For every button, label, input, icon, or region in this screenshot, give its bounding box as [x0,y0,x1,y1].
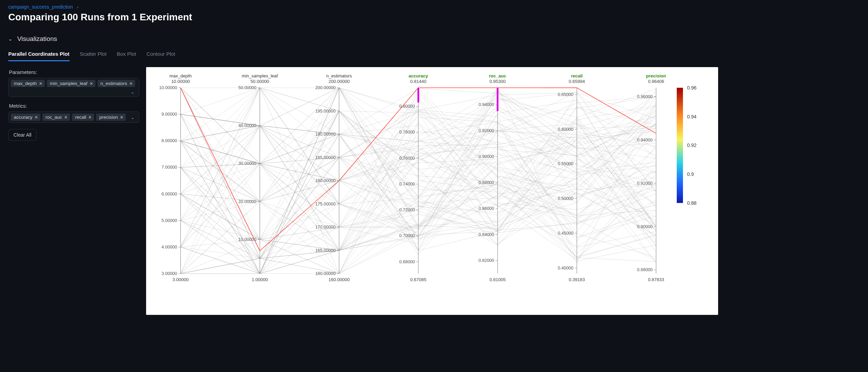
breadcrumb[interactable]: campaign_success_prediction › [8,4,860,10]
axis-tick: 0.88000 [479,180,494,185]
metric-tag-accuracy[interactable]: accuracy✕ [11,114,40,121]
axis-bottom-max_depth: 3.00000 [173,277,189,282]
metric-tag-label: roc_auc [45,115,62,120]
axis-title-n_estimators: n_estimators [326,73,352,78]
axis-top-max_depth: 10.00000 [171,79,190,84]
axis-tick: 200.00000 [315,85,336,90]
metric-tag-label: recall [75,115,86,120]
chevron-down-icon[interactable]: ⌄ [129,89,137,95]
colorbar-tick: 0.88 [687,200,696,206]
axis-tick: 195.00000 [315,109,336,114]
metric-tag-recall[interactable]: recall✕ [72,114,94,121]
axis-tick: 10.00000 [159,85,177,90]
parameter-tag-min_samples_leaf[interactable]: min_samples_leaf✕ [47,80,95,87]
colorbar [677,88,683,203]
axis-tick: 185.00000 [315,155,336,160]
axis-tick: 0.90000 [637,224,653,229]
axis-top-min_samples_leaf: 50.00000 [251,79,269,84]
axis-tick: 4.00000 [162,245,177,249]
axis-tick: 170.00000 [315,225,336,230]
axis-tick: 10.00000 [238,237,256,242]
axis-tick: 0.84000 [479,232,494,237]
tab-contour-plot[interactable]: Contour Plot [146,51,175,61]
close-icon[interactable]: ✕ [129,81,133,86]
tab-scatter-plot[interactable]: Scatter Plot [80,51,107,61]
metric-tag-label: precision [99,115,118,120]
axis-tick: 0.88000 [637,267,653,272]
metric-tag-roc_auc[interactable]: roc_auc✕ [42,114,70,121]
axis-tick: 0.82000 [479,258,494,263]
parameter-tag-n_estimators[interactable]: n_estimators✕ [98,80,135,87]
tab-parallel-coordinates-plot[interactable]: Parallel Coordinates Plot [8,51,70,61]
parameters-label: Parameters: [9,69,139,75]
chevron-right-icon: › [77,5,78,10]
axis-tick: 0.78000 [399,130,415,135]
axis-top-accuracy: 0.81440 [410,79,427,84]
axis-tick: 0.55000 [558,161,573,166]
axis-bottom-n_estimators: 160.00000 [328,277,349,282]
axis-tick: 160.00000 [315,271,336,276]
axis-tick: 175.00000 [315,202,336,206]
axis-tick: 0.65000 [558,92,573,97]
axis-title-accuracy: accuracy [409,73,428,78]
close-icon[interactable]: ✕ [39,81,42,86]
breadcrumb-experiment-link[interactable]: campaign_success_prediction [8,4,73,10]
metric-tag-precision[interactable]: precision✕ [96,114,126,121]
axis-title-min_samples_leaf: min_samples_leaf [242,73,278,78]
axis-top-roc_auc: 0.95300 [490,79,506,84]
axis-bottom-roc_auc: 0.81005 [490,277,506,282]
colorbar-tick: 0.96 [687,85,696,91]
close-icon[interactable]: ✕ [64,115,68,120]
close-icon[interactable]: ✕ [88,115,92,120]
axis-tick: 0.90000 [479,154,494,159]
clear-all-button[interactable]: Clear All [8,129,37,141]
axis-tick: 0.76000 [399,156,415,161]
axis-tick: 0.92000 [479,128,494,133]
axis-tick: 6.00000 [162,192,177,196]
axis-tick: 0.86000 [479,206,494,211]
axis-title-roc_auc: roc_auc [489,73,506,78]
axis-tick: 3.00000 [162,271,177,276]
axis-tick: 0.72000 [399,208,415,212]
axis-tick: 0.50000 [558,196,573,201]
axis-tick: 0.60000 [558,127,573,132]
axis-tick: 0.96000 [637,94,653,99]
axis-tick: 0.92000 [637,181,653,186]
colorbar-tick: 0.9 [687,171,694,177]
colorbar-tick: 0.92 [687,142,696,148]
axis-top-precision: 0.96406 [648,79,664,84]
plot-controls: Parameters: max_depth✕min_samples_leaf✕n… [8,67,139,141]
metrics-tag-input[interactable]: accuracy✕roc_auc✕recall✕precision✕⌄ [8,111,139,123]
close-icon[interactable]: ✕ [120,115,123,120]
chevron-down-icon: ⌄ [8,36,12,42]
axis-tick: 9.00000 [162,112,177,117]
close-icon[interactable]: ✕ [90,81,93,86]
axis-bottom-recall: 0.39183 [569,277,585,282]
parallel-coordinates-plot[interactable]: max_depth10.000003.0000010.000009.000008… [146,67,718,315]
chevron-down-icon[interactable]: ⌄ [129,115,137,120]
colorbar-tick: 0.94 [687,114,696,119]
axis-title-recall: recall [571,73,583,78]
axis-tick: 165.00000 [315,248,336,253]
axis-tick: 0.70000 [399,233,415,238]
visualizations-section-toggle[interactable]: ⌄ Visualizations [8,35,860,43]
axis-top-n_estimators: 200.00000 [328,79,349,84]
axis-tick: 5.00000 [162,218,177,223]
axis-tick: 8.00000 [162,138,177,143]
parameter-tag-max_depth[interactable]: max_depth✕ [11,80,45,87]
axis-bottom-accuracy: 0.67085 [410,277,427,282]
metric-tag-label: accuracy [14,115,32,120]
viz-tabs: Parallel Coordinates PlotScatter PlotBox… [8,51,860,62]
axis-title-precision: precision [646,73,666,78]
axis-tick: 30.00000 [238,161,256,166]
axis-tick: 0.45000 [558,231,573,236]
close-icon[interactable]: ✕ [34,115,38,120]
parameters-tag-input[interactable]: max_depth✕min_samples_leaf✕n_estimators✕… [8,78,139,97]
parameter-tag-label: n_estimators [101,81,127,86]
parameter-tag-label: max_depth [14,81,37,86]
section-label: Visualizations [17,35,57,43]
axis-tick: 20.00000 [238,199,256,204]
tab-box-plot[interactable]: Box Plot [117,51,136,61]
axis-tick: 0.94000 [637,138,653,142]
axis-tick: 0.40000 [558,266,573,270]
